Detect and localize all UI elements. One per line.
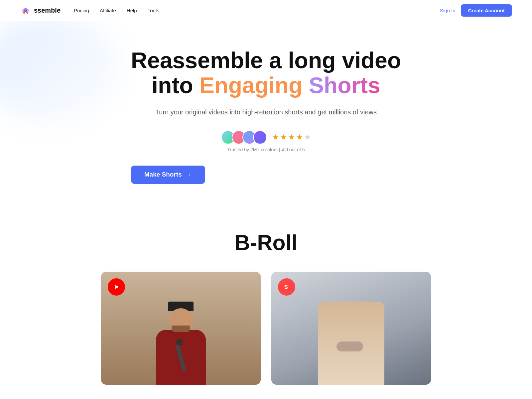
broll-card-youtube — [101, 272, 261, 385]
social-proof: ★ ★ ★ ★ ★ Trusted by 2M+ creators | 4.9 … — [131, 130, 401, 152]
nav-link-tools[interactable]: Tools — [148, 8, 159, 13]
object-shape — [336, 341, 363, 351]
broll-cards: S — [20, 272, 512, 385]
avatars-stars-row: ★ ★ ★ ★ ★ — [221, 130, 311, 144]
hero-title-line1: Reassemble a long video — [131, 48, 401, 73]
sign-in-button[interactable]: Sign In — [440, 8, 456, 13]
star-4: ★ — [296, 133, 303, 142]
trust-text: Trusted by 2M+ creators | 4.9 out of 5 — [227, 147, 305, 152]
youtube-badge — [108, 278, 125, 296]
nav-link-help[interactable]: Help — [127, 8, 137, 13]
hero-subtitle: Turn your original videos into high-rete… — [131, 107, 401, 117]
make-shorts-button[interactable]: Make Shorts → — [131, 166, 205, 184]
logo-link[interactable]: ssemble — [20, 5, 61, 16]
cta-arrow-icon: → — [185, 171, 192, 179]
svg-point-1 — [24, 9, 27, 12]
star-rating: ★ ★ ★ ★ ★ — [272, 133, 311, 142]
avatar-group — [221, 130, 267, 144]
star-1: ★ — [272, 133, 279, 142]
avatar — [253, 130, 267, 144]
hero-content: Reassemble a long video into Engaging Sh… — [131, 48, 401, 184]
star-2: ★ — [280, 133, 287, 142]
shorts-icon: S — [282, 282, 292, 292]
nav-links: Pricing Affiliate Help Tools — [74, 8, 440, 13]
hero-title-engaging: Engaging — [200, 72, 303, 98]
broll-section: B-Roll — [0, 204, 532, 385]
card-content — [101, 272, 261, 385]
person-beard — [172, 326, 190, 332]
hero-title-shorts: Shorts — [309, 72, 380, 98]
svg-text:S: S — [284, 284, 288, 290]
hero-section: Reassemble a long video into Engaging Sh… — [0, 21, 532, 204]
broll-title: B-Roll — [20, 230, 512, 255]
star-5: ★ — [304, 133, 311, 142]
hero-title: Reassemble a long video into Engaging Sh… — [131, 48, 401, 98]
star-3: ★ — [288, 133, 295, 142]
broll-card-shorts: S — [271, 272, 431, 385]
hero-title-into: into — [152, 72, 200, 98]
nav-link-affiliate[interactable]: Affiliate — [100, 8, 116, 13]
shorts-badge: S — [278, 278, 295, 296]
youtube-icon — [112, 283, 121, 291]
cta-label: Make Shorts — [144, 171, 182, 178]
hero-title-space — [303, 72, 309, 98]
logo-icon — [20, 5, 31, 16]
nav-right: Sign In Create Account — [440, 4, 512, 17]
logo-text: ssemble — [34, 7, 61, 14]
navbar: ssemble Pricing Affiliate Help Tools Sig… — [0, 0, 532, 21]
create-account-button[interactable]: Create Account — [461, 4, 512, 17]
hero-bg-decoration — [0, 21, 120, 121]
nav-link-pricing[interactable]: Pricing — [74, 8, 89, 13]
